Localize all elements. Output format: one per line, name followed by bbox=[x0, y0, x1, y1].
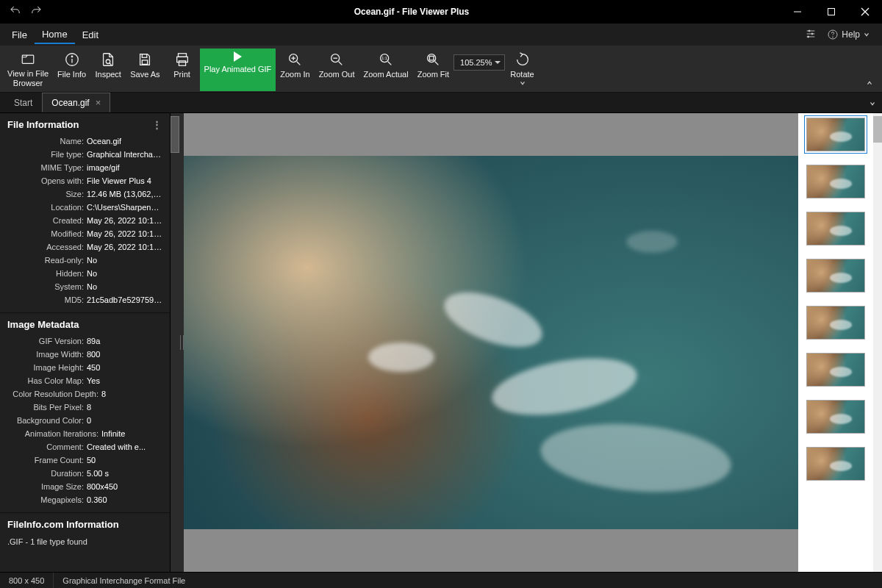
inspect-button[interactable]: Inspect bbox=[90, 49, 126, 91]
undo-button[interactable] bbox=[9, 4, 22, 20]
svg-text:1:1: 1:1 bbox=[381, 56, 387, 60]
ribbon-toolbar: View in File Browser File Info Inspect S… bbox=[0, 46, 882, 93]
status-bar: 800 x 450 Graphical Interchange Format F… bbox=[0, 572, 882, 588]
tab-strip: Start Ocean.gif× bbox=[0, 93, 882, 113]
svg-rect-18 bbox=[143, 54, 147, 58]
svg-point-9 bbox=[808, 36, 809, 37]
view-in-file-browser-button[interactable]: View in File Browser bbox=[3, 49, 53, 91]
image-canvas[interactable] bbox=[184, 113, 798, 572]
zoom-in-button[interactable]: Zoom In bbox=[276, 49, 314, 91]
chevron-down-icon bbox=[865, 33, 869, 35]
svg-rect-12 bbox=[22, 55, 33, 63]
fi-accessed: May 26, 2022 10:12 AM bbox=[87, 240, 162, 254]
frame-thumb[interactable] bbox=[806, 259, 865, 293]
title-bar: Ocean.gif - File Viewer Plus bbox=[0, 0, 882, 24]
svg-rect-19 bbox=[143, 60, 148, 65]
collapse-ribbon-button[interactable] bbox=[860, 76, 879, 92]
im-iterations: Infinite bbox=[101, 427, 162, 440]
svg-line-28 bbox=[339, 62, 343, 65]
maximize-button[interactable] bbox=[814, 0, 848, 24]
scrollbar-thumb[interactable] bbox=[873, 116, 882, 143]
im-height: 450 bbox=[87, 361, 162, 374]
svg-point-8 bbox=[811, 33, 813, 35]
scrollbar-thumb[interactable] bbox=[171, 116, 179, 153]
im-framecount: 50 bbox=[87, 453, 162, 467]
menu-edit[interactable]: Edit bbox=[75, 26, 106, 43]
fi-location: C:\Users\SharpenedPr... bbox=[87, 201, 162, 214]
tab-start[interactable]: Start bbox=[4, 93, 42, 112]
fi-name: Ocean.gif bbox=[87, 135, 162, 148]
close-button[interactable] bbox=[848, 0, 882, 24]
fi-hidden: No bbox=[87, 267, 162, 280]
im-megapixels: 0.360 bbox=[87, 493, 162, 506]
save-as-button[interactable]: Save As bbox=[126, 49, 164, 91]
image-metadata-heading: Image Metadata bbox=[0, 313, 170, 334]
redo-button[interactable] bbox=[29, 4, 43, 20]
fi-md5: 21c5adb7e529759a573... bbox=[87, 293, 162, 306]
frame-thumb[interactable] bbox=[806, 353, 865, 387]
close-tab-icon[interactable]: × bbox=[96, 97, 101, 108]
im-colormap: Yes bbox=[87, 374, 162, 387]
menu-home[interactable]: Home bbox=[35, 26, 75, 44]
canvas-padding-bottom bbox=[184, 529, 798, 572]
window-title: Ocean.gif - File Viewer Plus bbox=[43, 7, 781, 17]
tab-overflow-button[interactable] bbox=[863, 96, 882, 112]
print-button[interactable]: Print bbox=[165, 49, 200, 91]
im-width: 800 bbox=[87, 348, 162, 361]
fi-mime: image/gif bbox=[87, 161, 162, 174]
fi-readonly: No bbox=[87, 254, 162, 267]
svg-point-15 bbox=[71, 56, 72, 57]
image-content bbox=[184, 156, 798, 529]
svg-line-17 bbox=[110, 63, 112, 65]
im-version: 89a bbox=[87, 334, 162, 348]
rotate-button[interactable]: Rotate bbox=[505, 49, 540, 91]
im-comment: Created with e... bbox=[87, 440, 162, 453]
im-duration: 5.00 s bbox=[87, 467, 162, 480]
svg-point-7 bbox=[808, 30, 810, 32]
status-format: Graphical Interchange Format File bbox=[54, 573, 194, 588]
fi-modified: May 26, 2022 10:10 AM bbox=[87, 227, 162, 240]
zoom-out-button[interactable]: Zoom Out bbox=[315, 49, 359, 91]
panel-menu-icon[interactable]: ⋮ bbox=[152, 119, 162, 130]
zoom-level-select[interactable]: 105.25% bbox=[453, 54, 504, 71]
fileinfo-com-note: .GIF - 1 file type found bbox=[0, 534, 170, 549]
chevron-up-icon bbox=[866, 79, 873, 87]
svg-line-31 bbox=[388, 62, 392, 65]
zoom-fit-button[interactable]: Zoom Fit bbox=[413, 49, 453, 91]
im-imagesize: 800x450 bbox=[87, 480, 162, 493]
svg-point-11 bbox=[833, 37, 833, 37]
frame-thumb[interactable] bbox=[806, 447, 865, 481]
sidepanel-scrollbar[interactable] bbox=[171, 113, 179, 572]
im-bpp: 8 bbox=[87, 401, 162, 414]
frame-thumb[interactable] bbox=[806, 212, 865, 245]
frame-thumb[interactable] bbox=[806, 400, 865, 434]
play-animated-gif-button[interactable]: Play Animated GIF bbox=[200, 49, 276, 91]
svg-line-34 bbox=[435, 62, 439, 65]
minimize-button[interactable] bbox=[781, 0, 814, 24]
fi-type: Graphical Interchange ... bbox=[87, 148, 162, 161]
tab-file[interactable]: Ocean.gif× bbox=[42, 93, 110, 112]
svg-line-24 bbox=[297, 62, 301, 65]
help-label: Help bbox=[842, 29, 860, 40]
menu-file[interactable]: File bbox=[4, 26, 35, 43]
fi-created: May 26, 2022 10:10 AM bbox=[87, 214, 162, 227]
status-dimensions: 800 x 450 bbox=[0, 573, 54, 588]
im-colorres: 8 bbox=[101, 387, 162, 401]
frame-thumbnails bbox=[798, 113, 873, 572]
fi-system: No bbox=[87, 280, 162, 293]
frame-thumb[interactable] bbox=[806, 306, 865, 340]
info-side-panel: File Information⋮ Name:Ocean.gif File ty… bbox=[0, 113, 171, 572]
file-info-button[interactable]: File Info bbox=[53, 49, 90, 91]
play-icon bbox=[234, 51, 242, 62]
file-info-heading: File Information bbox=[7, 119, 79, 130]
zoom-actual-button[interactable]: 1:1Zoom Actual bbox=[359, 49, 413, 91]
fi-size: 12.46 MB (13,062,797 b... bbox=[87, 187, 162, 201]
settings-icon[interactable] bbox=[805, 28, 817, 42]
frames-scrollbar[interactable] bbox=[873, 113, 882, 572]
help-button[interactable]: Help bbox=[827, 29, 870, 40]
chevron-down-icon bbox=[519, 79, 526, 87]
viewer-area bbox=[184, 113, 882, 572]
frame-thumb[interactable] bbox=[806, 165, 865, 198]
fi-opens: File Viewer Plus 4 bbox=[87, 174, 162, 187]
frame-thumb[interactable] bbox=[806, 118, 865, 151]
